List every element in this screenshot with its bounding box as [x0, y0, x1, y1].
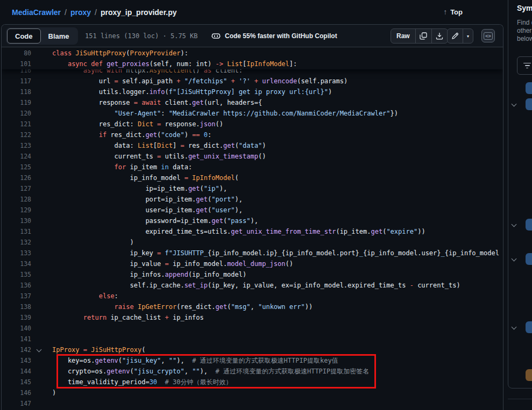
line-number[interactable]: 144 — [2, 366, 31, 377]
code-text: else: — [31, 291, 118, 301]
chevron-glyph — [512, 325, 517, 330]
line-number[interactable]: 130 — [2, 215, 31, 226]
line-number[interactable]: 101 — [2, 59, 31, 69]
line-number[interactable]: 127 — [2, 183, 31, 194]
path-separator: / — [91, 8, 101, 17]
symbol-pill[interactable] — [526, 253, 532, 265]
line-number[interactable]: 133 — [2, 248, 31, 258]
copy-raw-button[interactable] — [415, 29, 431, 43]
code-line: 144 crypto=os.getenv("jisu_crypto", ""),… — [2, 366, 503, 377]
symbols-filter-input[interactable] — [517, 56, 532, 75]
line-number[interactable]: 117 — [2, 76, 31, 87]
symbol-pill[interactable] — [526, 98, 532, 110]
code-text: ) — [31, 237, 134, 248]
symbol-pill[interactable] — [526, 219, 532, 231]
symbol-row — [508, 321, 532, 333]
line-number[interactable]: 120 — [2, 108, 31, 119]
code-text: if res_dict.get("code") == 0: — [31, 130, 211, 140]
line-number[interactable]: 136 — [2, 280, 31, 291]
code-text: for ip_item in data: — [31, 162, 192, 172]
line-number[interactable]: 125 — [2, 162, 31, 172]
copilot-icon — [211, 32, 221, 40]
line-number[interactable]: 142 — [2, 344, 31, 355]
line-number[interactable]: 147 — [2, 398, 31, 409]
code-text: current_ts = utils.get_unix_timestamp() — [31, 151, 266, 162]
code-panel: Code Blame 151 lines (130 loc) · 5.75 KB… — [1, 24, 503, 410]
line-number[interactable]: 140 — [2, 323, 31, 334]
code-text: response = await client.get(url, headers… — [31, 97, 262, 108]
fold-chevron-down-icon[interactable] — [37, 348, 41, 352]
line-number[interactable]: 124 — [2, 151, 31, 162]
line-number[interactable]: 118 — [2, 87, 31, 97]
pencil-icon — [451, 32, 459, 40]
code-line: 134 ip_value = ip_info_model.model_dump_… — [2, 258, 503, 269]
symbols-description: Find definitions and references for func… — [517, 19, 532, 43]
chevron-down-icon: ▾ — [467, 34, 469, 39]
code-line: 147 — [2, 398, 503, 409]
back-to-top-button[interactable]: ↑ Top — [440, 5, 466, 19]
chevron-down-icon — [37, 347, 42, 353]
symbol-pill[interactable] — [526, 321, 532, 333]
code-text: return ip_cache_list + ip_infos — [31, 312, 204, 323]
code-lines: 116 async with httpx.AsyncClient() as cl… — [2, 48, 503, 409]
tab-code[interactable]: Code — [7, 28, 41, 44]
line-number[interactable]: 141 — [2, 334, 31, 344]
code-line: 124 current_ts = utils.get_unix_timestam… — [2, 151, 503, 162]
line-number[interactable]: 121 — [2, 119, 31, 130]
line-number[interactable]: 139 — [2, 312, 31, 323]
chevron-down-icon[interactable] — [512, 325, 516, 329]
code-line: 136 self.ip_cache.set_ip(ip_key, ip_valu… — [2, 280, 503, 291]
copilot-banner[interactable]: Code 55% faster with GitHub Copilot — [211, 25, 337, 47]
code-text: "User-Agent": "MediaCrawler https://gith… — [31, 108, 398, 119]
symbol-row — [508, 253, 532, 265]
code-symbols-icon: <> — [484, 32, 493, 40]
code-line: 131 expired_time_ts=utils.get_unix_time_… — [2, 226, 503, 237]
line-number[interactable]: 138 — [2, 301, 31, 312]
symbol-pill[interactable] — [526, 82, 532, 94]
line-number[interactable]: 123 — [2, 140, 31, 151]
line-number[interactable]: 146 — [2, 387, 31, 398]
symbol-row — [508, 82, 532, 94]
top-label: Top — [450, 8, 463, 16]
line-number[interactable]: 143 — [2, 355, 31, 366]
line-number[interactable]: 131 — [2, 226, 31, 237]
edit-dropdown-button[interactable]: ▾ — [463, 29, 473, 43]
line-number[interactable]: 122 — [2, 130, 31, 140]
line-number[interactable]: 80 — [2, 48, 31, 59]
line-number[interactable]: 145 — [2, 377, 31, 387]
line-number[interactable]: 129 — [2, 205, 31, 215]
code-line: 121 res_dict: Dict = response.json() — [2, 119, 503, 130]
code-line: 146) — [2, 387, 503, 398]
arrow-up-icon: ↑ — [443, 8, 447, 16]
folder-link[interactable]: proxy — [70, 8, 91, 17]
code-line: 143 key=os.getenv("jisu_key", ""), # 通过环… — [2, 355, 503, 366]
code-text: ip_value = ip_info_model.model_dump_json… — [31, 258, 293, 269]
line-number[interactable]: 119 — [2, 97, 31, 108]
symbols-toggle-button[interactable]: <> — [481, 29, 495, 42]
code-body: 116 async with httpx.AsyncClient() as cl… — [2, 48, 503, 410]
symbol-pill[interactable] — [526, 369, 532, 381]
code-line: 135 ip_infos.append(ip_info_model) — [2, 269, 503, 280]
line-number[interactable]: 135 — [2, 269, 31, 280]
line-number[interactable]: 134 — [2, 258, 31, 269]
line-number[interactable]: 137 — [2, 291, 31, 301]
chevron-down-icon[interactable] — [512, 102, 516, 106]
line-number[interactable]: 126 — [2, 172, 31, 183]
chevron-down-icon[interactable] — [512, 257, 516, 261]
download-raw-button[interactable] — [431, 29, 448, 43]
raw-button[interactable]: Raw — [391, 29, 415, 43]
chevron-down-icon[interactable] — [512, 222, 516, 226]
code-text: async def get_proxies(self, num: int) ->… — [31, 59, 297, 69]
repo-link[interactable]: MediaCrawler — [12, 8, 61, 17]
edit-button[interactable] — [448, 29, 463, 43]
code-line: 122 if res_dict.get("code") == 0: — [2, 130, 503, 140]
code-text: class JiSuHttpProxy(ProxyProvider): — [31, 48, 188, 59]
code-text: res_dict: Dict = response.json() — [31, 119, 223, 130]
line-number[interactable]: 132 — [2, 237, 31, 248]
line-number[interactable]: 128 — [2, 194, 31, 205]
code-line: 125 for ip_item in data: — [2, 162, 503, 172]
code-text: time_validity_period=30 # 30分钟（最长时效） — [31, 377, 232, 387]
code-line: 126 ip_info_model = IpInfoModel( — [2, 172, 503, 183]
raw-button-group: Raw — [391, 28, 448, 44]
tab-blame[interactable]: Blame — [41, 28, 77, 44]
